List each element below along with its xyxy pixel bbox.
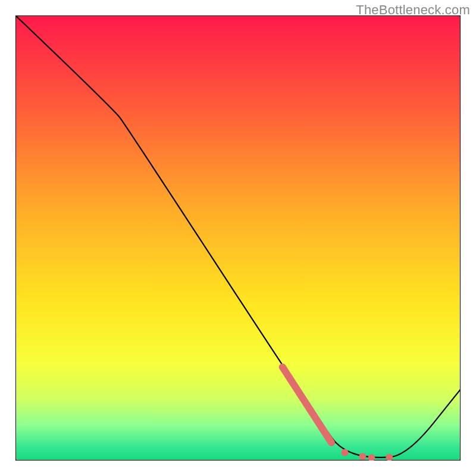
highlight-dot bbox=[359, 453, 366, 460]
plot-area bbox=[15, 15, 461, 461]
highlight-dot bbox=[342, 449, 349, 456]
chart-frame: TheBottleneck.com bbox=[0, 0, 476, 476]
bottleneck-chart bbox=[15, 15, 461, 461]
gradient-background bbox=[15, 15, 461, 461]
